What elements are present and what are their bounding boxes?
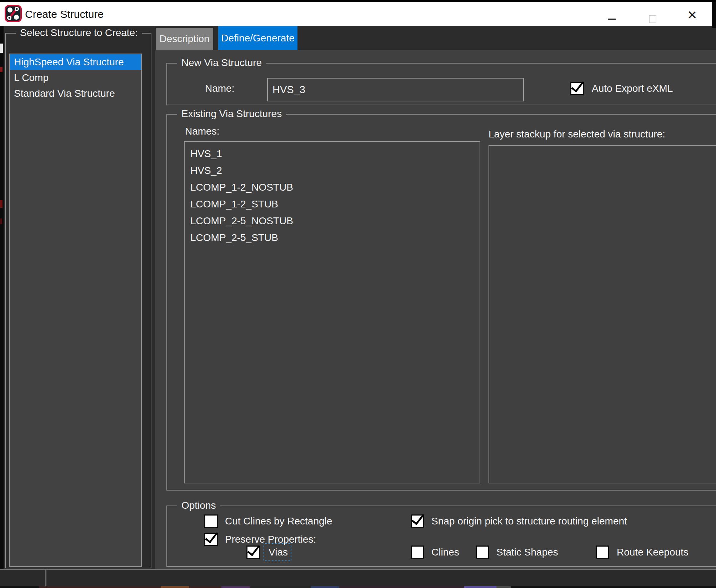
clines-checkbox[interactable] — [411, 546, 424, 559]
tab-description[interactable]: Description — [156, 28, 213, 50]
snap-origin-label: Snap origin pick to structure routing el… — [431, 516, 627, 527]
sidebar-item-highspeed-via-structure[interactable]: HighSpeed Via Structure — [10, 54, 141, 70]
structure-type-list[interactable]: HighSpeed Via Structure L Comp Standard … — [9, 54, 142, 567]
create-structure-dialog: Create Structure ✕ Select Structure to C… — [0, 0, 716, 588]
screen-edge-strip — [0, 26, 4, 588]
title-bar: Create Structure ✕ — [0, 0, 716, 26]
list-item[interactable]: HVS_2 — [185, 162, 480, 179]
clines-label: Clines — [431, 547, 459, 558]
list-item[interactable]: LCOMP_1-2_STUB — [185, 196, 480, 212]
list-item[interactable]: LCOMP_2-5_NOSTUB — [185, 212, 480, 229]
existing-via-structures-group-label: Existing Via Structures — [177, 108, 286, 120]
static-shapes-checkbox[interactable] — [476, 546, 489, 559]
preserve-properties-checkbox[interactable] — [204, 533, 218, 546]
existing-names-list[interactable]: HVS_1 HVS_2 LCOMP_1-2_NOSTUB LCOMP_1-2_S… — [184, 141, 480, 483]
route-keepouts-checkbox[interactable] — [596, 546, 609, 559]
auto-export-exml-checkbox[interactable] — [570, 82, 584, 95]
auto-export-exml-label: Auto Export eXML — [592, 83, 673, 94]
list-item[interactable]: LCOMP_2-5_STUB — [185, 229, 480, 246]
window-title: Create Structure — [25, 8, 104, 20]
status-bar-divider — [45, 570, 46, 586]
list-item[interactable]: LCOMP_1-2_NOSTUB — [185, 179, 480, 196]
name-label: Name: — [205, 83, 234, 94]
list-item[interactable]: HVS_1 — [185, 145, 480, 162]
snap-origin-checkbox[interactable] — [411, 514, 424, 528]
cut-clines-label: Cut Clines by Rectangle — [225, 516, 332, 527]
static-shapes-label: Static Shapes — [496, 547, 558, 558]
titlebar-corner-artifact — [712, 2, 716, 28]
vias-checkbox[interactable] — [246, 546, 260, 559]
names-label: Names: — [185, 126, 219, 137]
maximize-icon — [649, 15, 656, 23]
route-keepouts-label: Route Keepouts — [617, 547, 689, 558]
cut-clines-checkbox[interactable] — [204, 514, 218, 528]
name-input[interactable]: HVS_3 — [267, 78, 524, 101]
vias-label: Vias — [269, 547, 288, 558]
close-icon[interactable]: ✕ — [687, 7, 697, 23]
layer-stackup-label: Layer stackup for selected via structure… — [489, 129, 665, 140]
options-group-label: Options — [177, 500, 220, 511]
status-bar — [0, 570, 716, 586]
new-via-structure-group-label: New Via Structure — [177, 57, 266, 69]
select-structure-group-label: Select Structure to Create: — [16, 27, 142, 39]
tab-define-generate[interactable]: Define/Generate — [218, 26, 297, 50]
app-icon — [5, 5, 22, 22]
sidebar-item-standard-via-structure[interactable]: Standard Via Structure — [10, 86, 141, 101]
minimize-icon[interactable] — [608, 19, 616, 20]
layer-stackup-panel — [489, 145, 716, 483]
sidebar-item-l-comp[interactable]: L Comp — [10, 70, 141, 86]
background-window-sliver — [0, 586, 716, 588]
